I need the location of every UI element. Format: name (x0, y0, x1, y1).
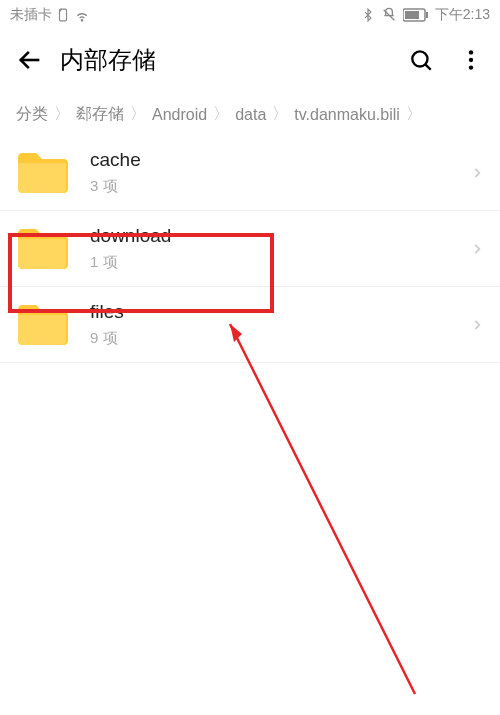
folder-name: files (90, 301, 470, 323)
bluetooth-icon (361, 8, 375, 22)
list-item[interactable]: cache 3 项 (0, 135, 500, 211)
sim-card-icon (56, 8, 70, 22)
wifi-icon (74, 7, 90, 23)
svg-rect-3 (405, 11, 419, 19)
annotation-arrow (200, 314, 440, 704)
list-item[interactable]: files 9 项 (0, 287, 500, 363)
status-time: 下午2:13 (435, 6, 490, 24)
search-icon[interactable] (408, 47, 434, 73)
crumb-root[interactable]: 分类 (16, 104, 48, 125)
svg-point-5 (412, 51, 427, 66)
svg-point-6 (469, 50, 473, 54)
folder-list: cache 3 项 download 1 项 files 9 项 (0, 135, 500, 363)
chevron-right-icon (470, 242, 484, 256)
folder-name: cache (90, 149, 470, 171)
breadcrumb[interactable]: 分类 〉 郄存储 〉 Android 〉 data 〉 tv.danmaku.b… (0, 90, 500, 135)
chevron-right-icon: 〉 (130, 104, 146, 125)
status-bar: 未插卡 下午2:13 (0, 0, 500, 30)
crumb-item[interactable]: tv.danmaku.bili (294, 106, 400, 124)
folder-icon (16, 227, 68, 271)
crumb-item[interactable]: data (235, 106, 266, 124)
chevron-right-icon: 〉 (272, 104, 288, 125)
app-header: 内部存储 (0, 30, 500, 90)
list-item[interactable]: download 1 项 (0, 211, 500, 287)
page-title: 内部存储 (60, 44, 408, 76)
battery-icon (403, 8, 429, 22)
crumb-item[interactable]: Android (152, 106, 207, 124)
svg-rect-4 (426, 12, 428, 18)
sim-status: 未插卡 (10, 6, 52, 24)
folder-icon (16, 303, 68, 347)
chevron-right-icon (470, 166, 484, 180)
folder-count: 3 项 (90, 177, 470, 196)
folder-count: 1 项 (90, 253, 470, 272)
chevron-right-icon: 〉 (54, 104, 70, 125)
folder-name: download (90, 225, 470, 247)
crumb-item[interactable]: 郄存储 (76, 104, 124, 125)
folder-icon (16, 151, 68, 195)
chevron-right-icon: 〉 (406, 104, 422, 125)
mute-icon (381, 7, 397, 23)
back-icon[interactable] (16, 46, 44, 74)
svg-point-8 (469, 65, 473, 69)
svg-point-7 (469, 58, 473, 62)
svg-point-1 (81, 20, 82, 21)
folder-count: 9 项 (90, 329, 470, 348)
chevron-right-icon: 〉 (213, 104, 229, 125)
svg-line-9 (230, 324, 415, 694)
chevron-right-icon (470, 318, 484, 332)
more-icon[interactable] (458, 47, 484, 73)
